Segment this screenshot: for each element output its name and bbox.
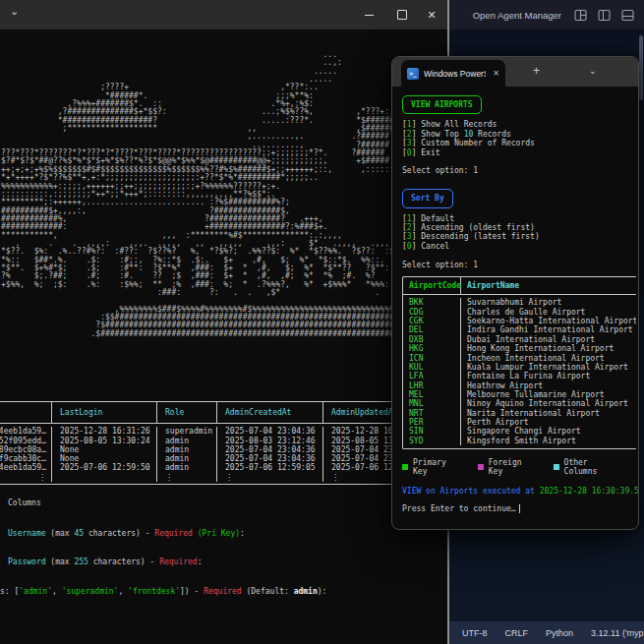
table-row: PERPerth Airport (403, 418, 636, 427)
menu-option: [2] Ascending (oldest first) (402, 223, 638, 232)
terminal-content: ... ..,: ..... (0, 29, 447, 644)
legend-swatch-icon (402, 464, 408, 470)
password-prompt: Password (max 255 characters) - Required… (8, 557, 203, 566)
airports-table-body: BKKSuvarnabhumi AirportCDGCharles de Gau… (403, 295, 636, 448)
admins-column-header: AdminCreatedAt (217, 402, 323, 423)
tab-dropdown-chevron-icon[interactable]: ⌄ (589, 66, 597, 76)
table-row: CGKSoekarno-Hatta International Airport (403, 317, 636, 325)
table-row: LFAFontaine La Furina Airport (403, 372, 636, 381)
admins-column-header: Role (157, 402, 217, 423)
menu-option: [0] Exit (402, 148, 638, 157)
powershell-tabbar[interactable]: >_ Windows PowerShell ✕ + ⌄ (392, 57, 638, 87)
powershell-icon: >_ (407, 68, 419, 80)
legend: Primary KeyForeign KeyOther Columns (402, 458, 638, 477)
admins-table: LastLoginRoleAdminCreatedAtAdminUpdatedA… (0, 401, 447, 485)
admins-column-header: LastLogin (52, 402, 157, 423)
terminal-titlebar[interactable]: ⌄ ✕ (0, 0, 447, 29)
terminal-window: ⌄ ✕ ... ..,: (0, 0, 449, 644)
table-row: 4eeb1da59…2025-07-06 12:59:50admin2025-0… (0, 463, 447, 472)
vscode-statusbar: UTF-8CRLFPython3.12.11 ('myproject': con… (449, 621, 644, 644)
tab-dropdown-chevron-icon[interactable]: ⌄ (10, 5, 19, 18)
table-row: f9cabb30c…Noneadmin2025-07-04 23:04:3620… (0, 454, 447, 463)
select-option-line: Select option: 1 (402, 166, 638, 175)
menu-option: [1] Default (402, 214, 638, 223)
table-row: 4eeb1da59…2025-12-28 16:31:26superadmin2… (0, 427, 447, 436)
maximize-button[interactable] (385, 0, 419, 29)
table-row: ICNIncheon International Airport (403, 354, 636, 363)
table-row: NRTNarita International Airport (403, 409, 636, 418)
sort-by-badge: Sort By (402, 189, 453, 207)
exec-status-line: VIEW on Airports executed at 2025-12-28 … (402, 487, 638, 496)
table-row: 52f095edd…2025-08-05 13:30:24admin2025-0… (0, 437, 447, 445)
table-row: ⋮⋮⋮⋮ (0, 473, 447, 482)
editor-scrollbar[interactable] (639, 35, 643, 100)
text-cursor (519, 504, 520, 513)
menu-option: [1] Show All Records (402, 120, 638, 129)
new-tab-plus-icon[interactable]: + (533, 64, 540, 78)
minimize-button[interactable] (352, 0, 385, 29)
menu-option: [2] Show Top 10 Records (402, 130, 638, 139)
legend-swatch-icon (554, 464, 559, 470)
username-prompt: Username (max 45 characters) - Required … (8, 529, 245, 538)
airports-table-header: AirportCode AirportName (403, 277, 636, 295)
airports-table: AirportCode AirportName BKKSuvarnabhumi … (402, 276, 636, 449)
powershell-window: >_ Windows PowerShell ✕ + ⌄ VIEW AIRPORT… (391, 56, 639, 530)
table-row: LHRHeathrow Airport (403, 381, 636, 390)
role-prompt: s: ['admin', 'superadmin', 'frontdesk'])… (0, 587, 326, 596)
table-row: BKKSuvarnabhumi Airport (403, 298, 636, 307)
view-airports-badge: VIEW AIRPORTS (402, 95, 482, 114)
tab-close-icon[interactable]: ✕ (493, 69, 499, 78)
columns-label: Columns (8, 498, 41, 507)
airport-name-header: AirportName (461, 277, 519, 294)
table-row: SINSingapore Changi Airport (403, 427, 636, 436)
airport-code-header: AirportCode (403, 277, 461, 294)
sort-menu: [1] Default[2] Ascending (oldest first)[… (402, 214, 638, 252)
table-row: KULKuala Lumpur International Airport (403, 363, 636, 372)
powershell-content: VIEW AIRPORTS [1] Show All Records[2] Sh… (392, 87, 638, 514)
layout-grid-icon[interactable] (574, 9, 587, 22)
select-option-line: Select option: 1 (402, 261, 638, 269)
records-menu: [1] Show All Records[2] Show Top 10 Reco… (402, 120, 638, 157)
legend-item: Foreign Key (478, 458, 541, 477)
menu-option: [3] Custom Number of Records (402, 139, 638, 147)
legend-item: Other Columns (554, 458, 625, 477)
legend-swatch-icon (478, 464, 484, 470)
table-row: SYDKingsford Smith Airport (403, 437, 636, 445)
press-enter-line: Press Enter to continue… (402, 504, 638, 513)
toggle-panel-icon[interactable] (621, 9, 634, 22)
table-row: DELIndira Gandhi International Airport (403, 325, 636, 334)
legend-item: Primary Key (402, 458, 465, 477)
table-row: DXBDubai International Airport (403, 335, 636, 344)
admins-table-header: LastLoginRoleAdminCreatedAtAdminUpdatedA… (0, 401, 447, 424)
table-row: CDGCharles de Gaulle Airport (403, 308, 636, 317)
admins-column-header (0, 402, 52, 423)
ascii-art: ... ..,: ..... (1, 51, 447, 338)
status-encoding[interactable]: UTF-8 (453, 628, 497, 638)
status-language[interactable]: Python (537, 628, 582, 638)
close-button[interactable]: ✕ (415, 0, 448, 29)
split-editor-icon[interactable] (598, 9, 611, 22)
status-interpreter[interactable]: 3.12.11 ('myproject': cond (582, 628, 644, 638)
menu-option: [0] Cancel (402, 242, 638, 251)
table-row: HKGHong Kong International Airport (403, 344, 636, 353)
open-agent-manager-title: Open Agent Manager (473, 10, 561, 21)
powershell-tab-title: Windows PowerShell (424, 69, 486, 79)
powershell-tab[interactable]: >_ Windows PowerShell ✕ (401, 60, 505, 87)
table-row: MELMelbourne Tullamarine Airport (403, 390, 636, 399)
menu-option: [3] Descending (latest first) (402, 232, 638, 241)
status-eol[interactable]: CRLF (497, 628, 538, 638)
table-row: MNLNinoy Aquino International Airport (403, 399, 636, 408)
table-row: 89ecbc08a…Noneadmin2025-07-04 23:04:3620… (0, 445, 447, 454)
